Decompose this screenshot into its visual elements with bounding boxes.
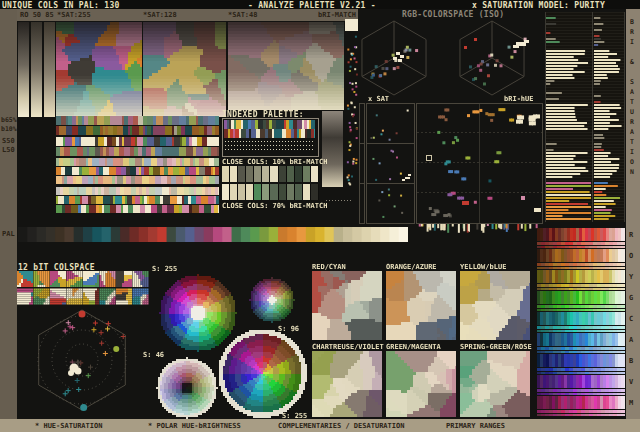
scatter-brihue-header[interactable]: bRI-hUE bbox=[504, 95, 534, 103]
tone-bar-2 bbox=[31, 22, 42, 117]
close-col-swatch[interactable] bbox=[262, 166, 269, 182]
title-bar: UNIQUE COLS IN PAL: 130 - ANALYZE PALETT… bbox=[0, 0, 640, 9]
close-col-swatch[interactable] bbox=[246, 166, 253, 182]
close-col-swatch[interactable] bbox=[230, 184, 237, 200]
close-col-swatch[interactable] bbox=[311, 184, 318, 200]
close-col-swatch[interactable] bbox=[303, 166, 310, 182]
scatter-xsat-header[interactable]: x SAT bbox=[368, 95, 389, 103]
close-col-swatch[interactable] bbox=[303, 184, 310, 200]
strip-l50 bbox=[56, 147, 219, 156]
footer-complementaries-tab[interactable]: COMPLEMENTARIES / DESATURATION bbox=[278, 422, 404, 430]
tone-bars-label: RO 50 85 bbox=[20, 11, 54, 19]
complementary-panel-canvas bbox=[460, 271, 530, 340]
sat48-voronoi-canvas bbox=[228, 22, 344, 110]
hue-tick-strip bbox=[416, 224, 541, 233]
footer-polar-tab[interactable]: * POLAR HUE-bRIGHTNESS bbox=[148, 422, 241, 430]
tone-bar-1 bbox=[18, 22, 29, 117]
close-col-swatch[interactable] bbox=[279, 184, 286, 200]
close-col-swatch[interactable] bbox=[222, 184, 229, 200]
close-col-swatch[interactable] bbox=[246, 184, 253, 200]
primary-range-letter: M bbox=[629, 399, 633, 407]
strip-b65 bbox=[56, 116, 219, 125]
close-col-swatch[interactable] bbox=[270, 166, 277, 182]
complementary-title: YELLOW/bLUE bbox=[460, 263, 506, 271]
primary-range-letter: V bbox=[629, 378, 633, 386]
primary-range-letter: A bbox=[629, 336, 633, 344]
strip-row7 bbox=[56, 176, 219, 184]
hue-saturation-hex-plot bbox=[18, 303, 146, 419]
sat-scatter-panels[interactable] bbox=[366, 103, 415, 224]
close-cols-70-row bbox=[222, 184, 319, 200]
close-col-swatch[interactable] bbox=[222, 166, 229, 182]
dotted-divider bbox=[326, 200, 352, 201]
strip-row6 bbox=[56, 167, 219, 175]
close-col-swatch[interactable] bbox=[254, 166, 261, 182]
complementary-title: GREEN/MAGENTA bbox=[386, 343, 441, 351]
label-pal: PAL bbox=[2, 230, 15, 238]
sat128-voronoi-canvas bbox=[143, 22, 226, 117]
close-cols-10-title: CLOSE COLS: 10% bRI-MATCH bbox=[222, 158, 327, 166]
indexed-palette-swatches[interactable] bbox=[224, 120, 315, 138]
complementary-panel-canvas bbox=[386, 351, 456, 417]
label-b65: b65% bbox=[1, 117, 17, 124]
close-col-swatch[interactable] bbox=[238, 184, 245, 200]
strip-row10 bbox=[56, 205, 219, 213]
bri-hue-scatter[interactable] bbox=[416, 103, 543, 224]
close-col-swatch[interactable] bbox=[287, 166, 294, 182]
close-col-swatch[interactable] bbox=[295, 166, 302, 182]
polar-tl-label: S: 255 bbox=[152, 265, 177, 273]
primary-range-letter: O bbox=[629, 252, 633, 260]
sat128-tab[interactable]: *SAT:128 bbox=[143, 11, 177, 19]
close-col-swatch[interactable] bbox=[230, 166, 237, 182]
close-col-swatch[interactable] bbox=[270, 184, 277, 200]
palette-analyzer-app: UNIQUE COLS IN PAL: 130 - ANALYZE PALETT… bbox=[0, 0, 640, 432]
primary-ranges-bars bbox=[537, 228, 625, 417]
sat255-tab[interactable]: *SAT:255 bbox=[57, 11, 91, 19]
complementary-title: RED/CYAN bbox=[312, 263, 346, 271]
scatter-axis-rail bbox=[359, 103, 365, 224]
primary-range-letter: C bbox=[629, 315, 633, 323]
primary-range-letter: G bbox=[629, 294, 633, 302]
footer-bar: * HUE-SATURATION * POLAR HUE-bRIGHTNESS … bbox=[0, 419, 640, 432]
close-col-swatch[interactable] bbox=[279, 166, 286, 182]
strip-s50 bbox=[56, 137, 219, 146]
sat255-voronoi-canvas bbox=[56, 22, 142, 117]
label-l50: L50 bbox=[2, 146, 15, 154]
complementary-panel-canvas bbox=[460, 351, 530, 417]
close-col-swatch[interactable] bbox=[287, 184, 294, 200]
saturation-model-toggle[interactable]: x SATURATION MODEL: PURITY bbox=[472, 1, 605, 10]
footer-primary-ranges-tab[interactable]: PRIMARY RANGES bbox=[446, 422, 505, 430]
complementary-title: SPRING-GREEN/ROSE bbox=[460, 343, 532, 351]
close-col-swatch[interactable] bbox=[254, 184, 261, 200]
primary-range-letter: R bbox=[629, 231, 633, 239]
polar-circle-s96 bbox=[249, 277, 295, 323]
close-col-swatch[interactable] bbox=[262, 184, 269, 200]
close-cols-10-row bbox=[222, 166, 319, 182]
primary-range-letter: B bbox=[629, 357, 633, 365]
full-palette-strip[interactable] bbox=[18, 227, 408, 242]
label-s50: S50 bbox=[2, 137, 15, 145]
right-rail-label: BRI & SATURATION bbox=[628, 18, 635, 168]
close-col-swatch[interactable] bbox=[295, 184, 302, 200]
tone-bar-3 bbox=[44, 22, 55, 117]
close-cols-70-title: CLOSE COLS: 70% bRI-MATCH bbox=[222, 202, 327, 210]
bri-sat-histogram bbox=[545, 12, 625, 222]
colspace12-tiles[interactable] bbox=[17, 271, 149, 305]
close-col-swatch[interactable] bbox=[238, 166, 245, 182]
rgb-colorspace-iso-cubes bbox=[346, 16, 542, 98]
strip-row8 bbox=[56, 187, 219, 195]
indexed-palette-empty-slots bbox=[224, 140, 315, 153]
close-col-swatch[interactable] bbox=[311, 166, 318, 182]
left-rail bbox=[0, 9, 17, 420]
bri-match-gradient-strip bbox=[322, 111, 343, 187]
complementary-title: ORANGE/AZURE bbox=[386, 263, 437, 271]
sat48-tab[interactable]: *SAT:48 bbox=[228, 11, 258, 19]
complementary-panel-canvas bbox=[312, 351, 382, 417]
complementary-panel-canvas bbox=[386, 271, 456, 340]
complementary-panel-canvas bbox=[312, 271, 382, 340]
strip-row9 bbox=[56, 196, 219, 204]
strip-b10 bbox=[56, 126, 219, 135]
polar-circle-s46-dark bbox=[156, 357, 218, 419]
footer-hue-saturation-tab[interactable]: * HUE-SATURATION bbox=[35, 422, 102, 430]
label-b10: b10% bbox=[1, 126, 17, 133]
